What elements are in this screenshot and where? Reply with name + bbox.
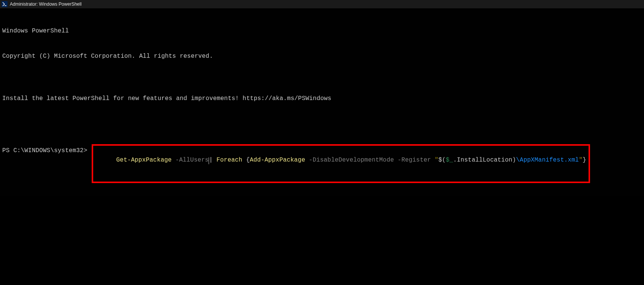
terminal-output[interactable]: Windows PowerShell Copyright (C) Microso… bbox=[0, 8, 644, 196]
text-cursor bbox=[209, 157, 209, 164]
window-title: Administrator: Windows PowerShell bbox=[10, 2, 81, 7]
param-allusers: -AllUsers bbox=[175, 157, 209, 163]
pipe-operator: | bbox=[209, 157, 213, 163]
prompt-prefix: PS C:\WINDOWS\system32> bbox=[2, 146, 91, 155]
space bbox=[242, 157, 246, 163]
space bbox=[172, 157, 175, 163]
string-quote-close: " bbox=[579, 157, 583, 163]
param-register: -Register bbox=[398, 157, 431, 163]
command-highlight-box: Get-AppxPackage -AllUsers| Foreach {Add-… bbox=[92, 144, 590, 183]
space bbox=[394, 157, 398, 163]
window-titlebar[interactable]: Administrator: Windows PowerShell bbox=[0, 0, 644, 8]
param-disabledevmode: -DisableDevelopmentMode bbox=[309, 157, 394, 163]
keyword-foreach: Foreach bbox=[217, 157, 243, 163]
cmdlet-get-appxpackage: Get-AppxPackage bbox=[116, 157, 172, 163]
brace-open: { bbox=[246, 157, 250, 163]
brace-close: } bbox=[583, 157, 586, 163]
space bbox=[305, 157, 309, 163]
subexpr-open: $( bbox=[438, 157, 446, 163]
copyright-line: Copyright (C) Microsoft Corporation. All… bbox=[2, 52, 642, 60]
powershell-icon bbox=[2, 1, 8, 7]
cmdlet-add-appxpackage: Add-AppxPackage bbox=[250, 157, 305, 163]
pipeline-variable: $_ bbox=[446, 157, 453, 163]
space bbox=[431, 157, 435, 163]
member-access: .InstallLocation bbox=[453, 157, 512, 163]
string-quote-open: " bbox=[435, 157, 438, 163]
header-line: Windows PowerShell bbox=[2, 27, 642, 35]
path-literal: \AppXManifest.xml bbox=[516, 157, 579, 163]
prompt-line[interactable]: PS C:\WINDOWS\system32> Get-AppxPackage … bbox=[2, 146, 642, 185]
install-hint-line: Install the latest PowerShell for new fe… bbox=[2, 94, 642, 103]
subexpr-close: ) bbox=[512, 157, 516, 163]
space bbox=[213, 157, 217, 163]
